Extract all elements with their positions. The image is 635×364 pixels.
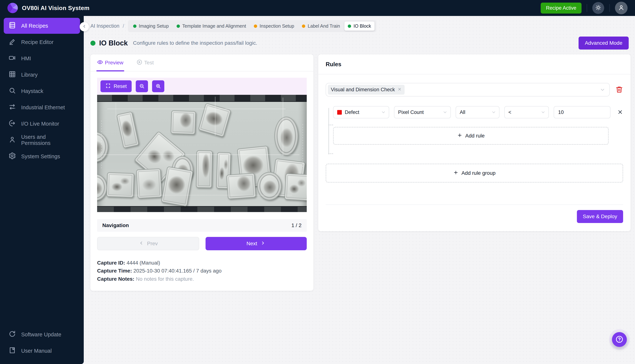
plus-icon [453,170,458,176]
sidebar-item-label: Recipe Editor [21,39,54,45]
ruler-ticks [101,121,102,169]
next-label: Next [246,241,257,246]
reset-label: Reset [114,84,127,89]
rule-scope-select[interactable]: All [456,106,499,118]
tray [274,117,298,155]
tab-test[interactable]: Test [136,54,154,71]
sidebar-item-industrial-ethernet[interactable]: Industrial Ethernet [4,100,80,116]
capture-info: Capture ID: 4444 (Manual) Capture Time: … [97,259,307,283]
grid-icon [9,70,16,79]
sidebar-item-label: System Settings [21,154,60,160]
zoom-out-button[interactable] [136,80,148,92]
sidebar-collapse-button[interactable] [80,22,89,31]
advanced-mode-button[interactable]: Advanced Mode [578,36,629,50]
recipe-active-badge: Recipe Active [541,2,581,14]
remove-rule-button[interactable] [617,109,623,116]
tray [136,168,162,199]
tag-label: Visual and Dimension Check [331,87,395,92]
scope-value: All [460,110,465,115]
reset-view-button[interactable]: Reset [100,80,132,92]
conveyor-edge [97,206,307,212]
question-circle-icon [615,335,623,344]
capture-id-row: Capture ID: 4444 (Manual) [97,259,307,267]
navigation-title: Navigation [102,222,129,228]
tab-preview[interactable]: Preview [97,54,124,71]
crosshair-line [283,98,283,156]
delete-rule-group-button[interactable] [615,86,623,94]
sidebar-item-all-recipes[interactable]: All Recipes [4,18,80,34]
sidebar-item-library[interactable]: Library [4,67,80,83]
header-divider [609,4,610,12]
camera-preview-image[interactable] [97,95,307,212]
crosshair-line [103,154,299,155]
tray [198,103,231,137]
app-logo [8,3,18,13]
rule-operator-select[interactable]: < [504,106,549,118]
rule-class-select[interactable]: Defect [333,106,389,118]
main-content: AI Inspection / Imaging Setup Template I… [84,16,635,364]
breadcrumb-separator: / [123,23,124,29]
status-dot [254,24,257,28]
step-imaging-setup[interactable]: Imaging Setup [130,22,172,30]
crosshair-line [107,109,285,109]
breadcrumb: AI Inspection / Imaging Setup Template I… [90,20,635,32]
rule-row: Defect Pixel Count All < [333,106,623,118]
metric-value: Pixel Count [398,110,424,115]
save-deploy-button[interactable]: Save & Deploy [577,210,623,223]
sidebar-item-label: Industrial Ethernet [21,104,65,110]
sidebar-item-label: Haystack [21,88,43,94]
tab-label: Test [144,60,154,66]
theme-toggle-button[interactable] [592,2,604,14]
remove-tag-icon[interactable] [398,87,402,92]
help-button[interactable] [612,332,627,347]
rule-metric-select[interactable]: Pixel Count [394,106,451,118]
capture-time-value: 2025-10-30 07:40:41.165 / 7 days ago [134,268,222,274]
step-template-image-alignment[interactable]: Template Image and Alignment [173,22,249,30]
zoom-in-button[interactable] [152,80,164,92]
tray [97,132,108,162]
rule-group-select[interactable]: Visual and Dimension Check [326,83,610,96]
tray [171,110,196,135]
rule-threshold-input[interactable] [554,106,610,118]
sidebar-item-recipe-editor[interactable]: Recipe Editor [4,34,80,50]
sidebar-item-users-permissions[interactable]: Users and Permissions [4,132,80,148]
add-rule-group-button[interactable]: Add rule group [326,164,623,182]
chevron-left-icon [139,240,144,247]
plus-icon [457,133,462,139]
next-button[interactable]: Next [206,237,307,250]
crosshair-line [215,97,215,136]
breadcrumb-root[interactable]: AI Inspection [90,23,119,29]
user-avatar[interactable] [615,2,627,14]
io-monitor-icon [9,120,16,128]
camera-icon [9,54,16,63]
step-io-block[interactable]: IO Block [345,22,374,30]
status-dot [348,24,351,28]
page-status-dot [90,41,95,46]
sidebar-item-user-manual[interactable]: User Manual [4,343,80,359]
chevron-down-icon [491,110,496,115]
sidebar-item-io-live-monitor[interactable]: I/O Live Monitor [4,116,80,132]
chevron-down-icon [541,110,545,115]
step-label-and-train[interactable]: Label And Train [298,22,343,30]
sidebar-item-haystack[interactable]: Haystack [4,83,80,99]
focus-reset-icon [105,83,111,90]
add-rule-button[interactable]: Add rule [333,127,609,145]
prev-button[interactable]: Prev [97,237,199,250]
sidebar-item-hmi[interactable]: HMI [4,50,80,66]
preview-panel: Preview Test Reset [90,54,313,291]
prev-label: Prev [147,241,158,246]
workflow-steps: Imaging Setup Template Image and Alignme… [128,20,376,32]
chevron-right-icon [260,240,266,247]
sidebar-item-software-update[interactable]: Software Update [4,326,80,342]
search-icon [9,87,16,96]
tray [284,173,307,201]
rules-title: Rules [326,61,623,68]
capture-notes-value: No notes for this capture. [136,276,194,282]
selected-check-tag: Visual and Dimension Check [328,85,405,94]
page-title: IO Block [99,39,128,47]
step-inspection-setup[interactable]: Inspection Setup [250,22,297,30]
users-icon [9,136,16,144]
sidebar-item-system-settings[interactable]: System Settings [4,148,80,164]
chevron-down-icon [443,110,447,115]
refresh-icon [9,330,16,339]
